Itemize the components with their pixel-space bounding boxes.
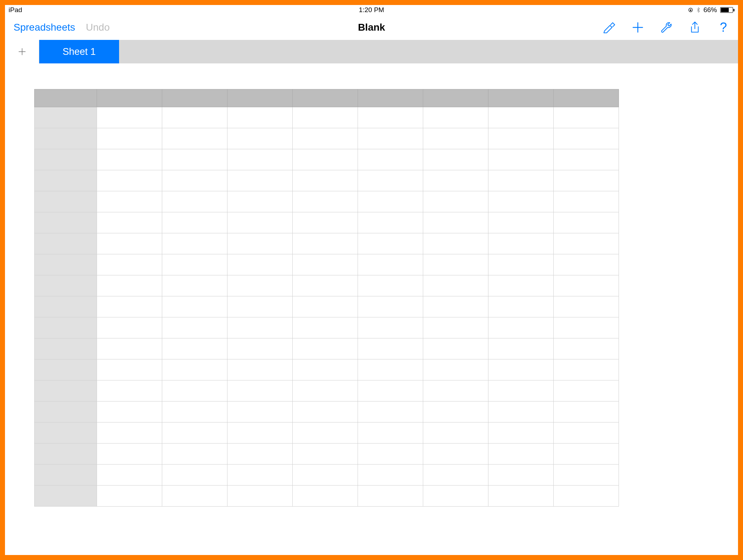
cell[interactable] <box>488 128 554 149</box>
cell[interactable] <box>488 465 554 486</box>
row-header[interactable] <box>35 233 97 254</box>
row-header[interactable] <box>35 317 97 338</box>
cell[interactable] <box>227 465 293 486</box>
cell[interactable] <box>162 444 227 465</box>
cell[interactable] <box>227 359 293 380</box>
cell[interactable] <box>227 380 293 401</box>
cell[interactable] <box>97 465 162 486</box>
cell[interactable] <box>162 486 227 507</box>
cell[interactable] <box>227 338 293 359</box>
cell[interactable] <box>423 338 488 359</box>
cell[interactable] <box>293 212 358 233</box>
cell[interactable] <box>293 465 358 486</box>
cell[interactable] <box>554 107 619 128</box>
cell[interactable] <box>358 191 423 212</box>
cell[interactable] <box>227 149 293 170</box>
column-header[interactable] <box>488 89 554 107</box>
cell[interactable] <box>162 465 227 486</box>
row-header[interactable] <box>35 149 97 170</box>
back-button[interactable]: Spreadsheets <box>14 22 75 33</box>
cell[interactable] <box>97 401 162 422</box>
cell[interactable] <box>293 444 358 465</box>
cell[interactable] <box>554 254 619 275</box>
cell[interactable] <box>358 486 423 507</box>
cell[interactable] <box>488 107 554 128</box>
column-header[interactable] <box>293 89 358 107</box>
cell[interactable] <box>423 212 488 233</box>
sheet-tab-active[interactable]: Sheet 1 <box>39 40 119 63</box>
cell[interactable] <box>488 170 554 191</box>
cell[interactable] <box>293 191 358 212</box>
cell[interactable] <box>423 254 488 275</box>
cell[interactable] <box>227 128 293 149</box>
cell[interactable] <box>488 422 554 444</box>
cell[interactable] <box>358 465 423 486</box>
cell[interactable] <box>97 107 162 128</box>
cell[interactable] <box>554 338 619 359</box>
cell[interactable] <box>358 422 423 444</box>
row-header[interactable] <box>35 338 97 359</box>
add-sheet-button[interactable] <box>5 40 39 63</box>
cell[interactable] <box>358 107 423 128</box>
cell[interactable] <box>423 170 488 191</box>
cell[interactable] <box>162 254 227 275</box>
cell[interactable] <box>227 401 293 422</box>
cell[interactable] <box>97 359 162 380</box>
cell[interactable] <box>488 359 554 380</box>
cell[interactable] <box>97 317 162 338</box>
cell[interactable] <box>293 359 358 380</box>
cell[interactable] <box>227 422 293 444</box>
cell[interactable] <box>358 296 423 317</box>
cell[interactable] <box>488 254 554 275</box>
cell[interactable] <box>293 275 358 296</box>
cell[interactable] <box>227 233 293 254</box>
cell[interactable] <box>227 212 293 233</box>
cell[interactable] <box>227 170 293 191</box>
cell[interactable] <box>97 233 162 254</box>
cell[interactable] <box>162 149 227 170</box>
cell[interactable] <box>97 254 162 275</box>
cell[interactable] <box>358 212 423 233</box>
cell[interactable] <box>97 444 162 465</box>
column-header[interactable] <box>423 89 488 107</box>
cell[interactable] <box>162 338 227 359</box>
cell[interactable] <box>423 233 488 254</box>
cell[interactable] <box>227 107 293 128</box>
cell[interactable] <box>293 422 358 444</box>
cell[interactable] <box>358 128 423 149</box>
cell[interactable] <box>358 338 423 359</box>
cell[interactable] <box>97 380 162 401</box>
cell[interactable] <box>554 465 619 486</box>
cell[interactable] <box>488 486 554 507</box>
cell[interactable] <box>162 170 227 191</box>
cell[interactable] <box>162 380 227 401</box>
row-header[interactable] <box>35 254 97 275</box>
cell[interactable] <box>423 465 488 486</box>
cell[interactable] <box>97 486 162 507</box>
cell[interactable] <box>162 275 227 296</box>
cell[interactable] <box>423 444 488 465</box>
cell[interactable] <box>293 401 358 422</box>
cell[interactable] <box>227 486 293 507</box>
cell[interactable] <box>423 107 488 128</box>
cell[interactable] <box>554 170 619 191</box>
row-header[interactable] <box>35 380 97 401</box>
column-header[interactable] <box>162 89 227 107</box>
cell[interactable] <box>97 338 162 359</box>
cell[interactable] <box>488 212 554 233</box>
cell[interactable] <box>162 296 227 317</box>
cell[interactable] <box>423 422 488 444</box>
cell[interactable] <box>423 128 488 149</box>
cell[interactable] <box>423 317 488 338</box>
cell[interactable] <box>97 149 162 170</box>
cell[interactable] <box>554 422 619 444</box>
cell[interactable] <box>423 486 488 507</box>
cell[interactable] <box>227 296 293 317</box>
cell[interactable] <box>293 338 358 359</box>
spreadsheet-grid[interactable] <box>34 89 619 507</box>
cell[interactable] <box>162 317 227 338</box>
cell[interactable] <box>162 191 227 212</box>
cell[interactable] <box>488 401 554 422</box>
cell[interactable] <box>293 107 358 128</box>
cell[interactable] <box>227 254 293 275</box>
